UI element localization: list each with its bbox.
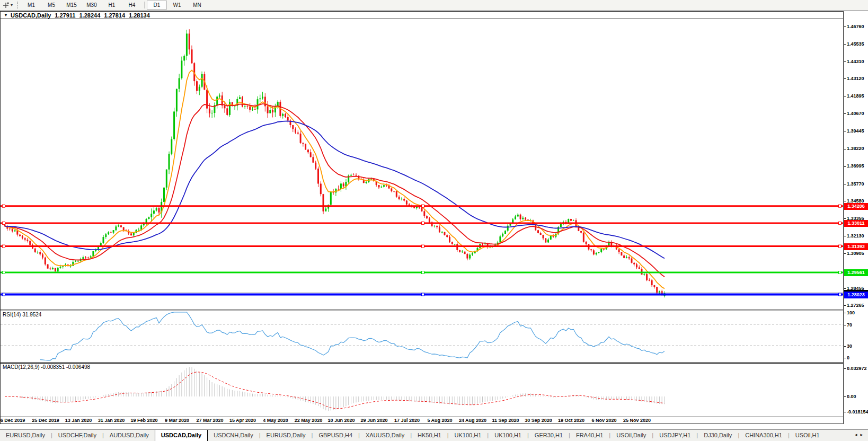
ohlc-open: 1.27911 xyxy=(55,12,75,19)
chart-tab-china300-h1[interactable]: CHINA300,H1 xyxy=(739,430,788,441)
timeframe-button-h1[interactable]: H1 xyxy=(102,1,122,10)
rsi-indicator-panel[interactable] xyxy=(1,311,843,362)
date-tick: 5 Aug 2020 xyxy=(427,418,452,423)
chart-tab-hk50-h1[interactable]: HK50,H1 xyxy=(412,430,447,441)
chart-title-bar: ▼ USDCAD,Daily 1.27911 1.28244 1.27814 1… xyxy=(1,12,843,19)
crosshair-tool-icon xyxy=(3,2,9,8)
chart-tab-uk100-h1[interactable]: UK100,H1 xyxy=(489,430,527,441)
date-tick: 6 Nov 2020 xyxy=(591,418,616,423)
date-tick: 25 Nov 2020 xyxy=(623,418,651,423)
timeframe-button-m5[interactable]: M5 xyxy=(41,1,61,10)
chart-tab-usdcad-daily[interactable]: USDCAD,Daily xyxy=(155,429,208,441)
line-handle[interactable] xyxy=(422,245,424,248)
rsi-line xyxy=(40,312,665,360)
price-tick: 1.38220 xyxy=(844,146,864,151)
chart-tab-uk100-h1[interactable]: UK100,H1 xyxy=(449,430,488,441)
timeframe-button-h4[interactable]: H4 xyxy=(122,1,142,10)
chart-tab-usdjpy-h1[interactable]: USDJPY,H1 xyxy=(653,430,696,441)
line-handle[interactable] xyxy=(3,245,5,248)
rsi-axis-label: 30 xyxy=(844,343,852,349)
timeframe-button-w1[interactable]: W1 xyxy=(167,1,187,10)
macd-signal-line xyxy=(5,372,665,409)
hline-price-box: 1.34206 xyxy=(844,203,868,210)
ohlc-close: 1.28134 xyxy=(129,12,150,19)
line-handle[interactable] xyxy=(3,205,5,207)
ohlc-high: 1.28244 xyxy=(79,12,100,19)
trading-terminal: ▾ M1M5M15M30H1H4D1W1MN ▼ USDCAD,Daily 1.… xyxy=(0,0,868,441)
price-tick: 1.27265 xyxy=(844,303,864,308)
price-tick: 1.41895 xyxy=(844,93,864,99)
line-handle[interactable] xyxy=(3,222,5,224)
rsi-axis-label: 70 xyxy=(844,322,852,328)
chart-tab-usoil-daily[interactable]: USOil,Daily xyxy=(610,430,652,441)
price-tick: 1.44310 xyxy=(844,59,864,64)
price-tick: 1.30905 xyxy=(844,251,864,256)
hline-price-box: 1.31393 xyxy=(844,243,868,250)
price-tick: 1.39445 xyxy=(844,128,864,134)
chart-tab-dj30-daily[interactable]: DJ30,Daily xyxy=(698,430,738,441)
chart-tab-usdcnh-daily[interactable]: USDCNH,Daily xyxy=(208,430,259,441)
price-tick: 1.43120 xyxy=(844,76,864,81)
line-handle[interactable] xyxy=(422,293,424,296)
chart-tab-usdchf-daily[interactable]: USDCHF,Daily xyxy=(52,430,102,441)
price-tick: 1.36995 xyxy=(844,163,864,169)
timeframe-button-mn[interactable]: MN xyxy=(187,1,207,10)
tab-scroll-right-icon[interactable]: ▸ xyxy=(860,432,866,437)
macd-axis-label: 0.00 xyxy=(844,394,856,399)
chart-tool-button[interactable]: ▾ xyxy=(0,1,15,10)
chevron-down-icon[interactable]: ▾ xyxy=(11,3,13,7)
line-handle[interactable] xyxy=(839,245,842,248)
line-handle[interactable] xyxy=(839,293,842,296)
macd-indicator-panel[interactable] xyxy=(1,364,843,417)
line-handle[interactable] xyxy=(839,205,842,207)
chart-tab-bar: EURUSD,Daily|USDCHF,Daily|AUDUSD,DailyUS… xyxy=(0,429,868,441)
date-tick: 10 Jun 2020 xyxy=(327,418,355,423)
chart-tab-eurusd-daily[interactable]: EURUSD,Daily xyxy=(0,430,51,441)
chart-tab-ger30-h1[interactable]: GER30,H1 xyxy=(529,430,569,441)
line-handle[interactable] xyxy=(422,271,424,274)
rsi-axis-label: 0 xyxy=(844,355,849,360)
chart-window: ▼ USDCAD,Daily 1.27911 1.28244 1.27814 1… xyxy=(0,11,844,424)
date-tick: 4 May 2020 xyxy=(263,418,288,423)
timeframe-toolbar: ▾ M1M5M15M30H1H4D1W1MN xyxy=(0,0,868,11)
collapse-triangle-icon[interactable]: ▼ xyxy=(4,13,8,17)
date-tick: 24 Aug 2020 xyxy=(459,418,486,423)
tab-scroll-left-icon[interactable]: ◂ xyxy=(855,432,861,437)
price-tick: 1.40670 xyxy=(844,111,864,116)
price-tick: 1.32130 xyxy=(844,233,864,239)
timeframe-button-m1[interactable]: M1 xyxy=(21,1,41,10)
timeframe-button-m15[interactable]: M15 xyxy=(61,1,82,10)
price-scale[interactable]: 1.467601.455351.443101.431201.418951.406… xyxy=(844,11,868,424)
tab-scroll-arrows: ◂▸ xyxy=(855,432,866,437)
date-tick: 11 Sep 2020 xyxy=(492,418,519,423)
date-tick: 22 May 2020 xyxy=(295,418,323,423)
chart-tab-fra40-h1[interactable]: FRA40,H1 xyxy=(570,430,609,441)
chart-tab-xauusd-daily[interactable]: XAUUSD,Daily xyxy=(360,430,410,441)
ohlc-low: 1.27814 xyxy=(104,12,125,19)
chart-tab-eurusd-daily[interactable]: EURUSD,Daily xyxy=(261,430,312,441)
toolbar-grip[interactable] xyxy=(17,2,18,8)
price-tick: 1.35770 xyxy=(844,181,864,187)
line-handle[interactable] xyxy=(422,222,424,224)
date-tick: 17 Jul 2020 xyxy=(394,418,420,423)
timeframe-button-m30[interactable]: M30 xyxy=(82,1,102,10)
line-handle[interactable] xyxy=(839,222,842,224)
chart-tab-gbpusd-h4[interactable]: GBPUSD,H4 xyxy=(313,430,358,441)
chart-tab-usoil-h1[interactable]: USOil,H1 xyxy=(790,430,826,441)
chart-symbol-label: USDCAD,Daily xyxy=(11,12,51,19)
macd-histogram xyxy=(5,367,665,411)
macd-axis-label: -0.018154 xyxy=(844,409,868,414)
moving-average-7 xyxy=(5,70,665,289)
timeframe-buttons: M1M5M15M30H1H4D1W1MN xyxy=(21,1,207,10)
line-handle[interactable] xyxy=(3,293,5,296)
candles xyxy=(4,29,666,297)
line-handle[interactable] xyxy=(3,271,5,274)
hline-price-box: 1.29561 xyxy=(844,269,868,276)
panel-separator xyxy=(1,417,843,417)
main-price-chart[interactable] xyxy=(1,19,843,310)
line-handle[interactable] xyxy=(839,271,842,274)
line-handle[interactable] xyxy=(422,205,424,207)
timeframe-button-d1[interactable]: D1 xyxy=(147,1,167,10)
price-tick: 1.46760 xyxy=(844,24,864,29)
chart-tab-audusd-daily[interactable]: AUDUSD,Daily xyxy=(104,430,155,441)
